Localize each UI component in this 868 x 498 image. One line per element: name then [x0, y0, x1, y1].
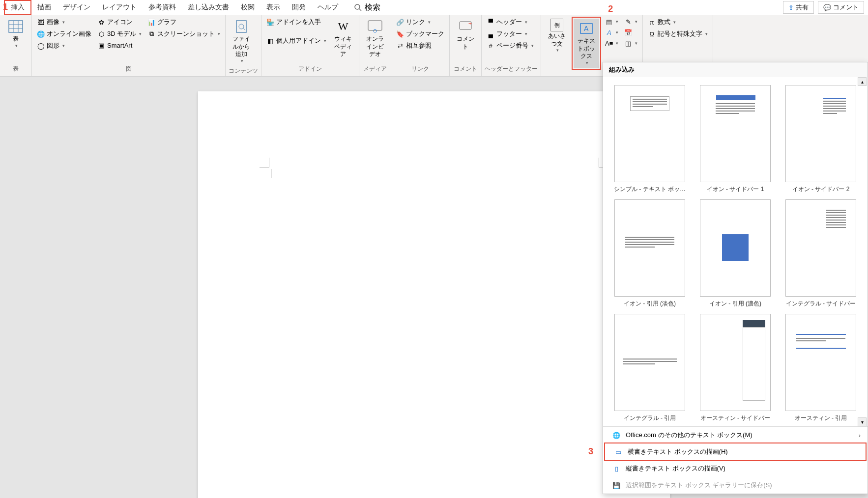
datetime-icon: 📅 [624, 28, 632, 36]
footer-icon: ▄ [487, 30, 494, 38]
table-button[interactable]: 表 ▾ [3, 17, 29, 51]
annotation-1: 1 [3, 2, 8, 12]
signature-button[interactable]: ✎▾ [622, 17, 639, 27]
image-button[interactable]: 🖼画像▾ [35, 17, 93, 28]
symbol-icon: Ω [648, 30, 656, 38]
menu-save-label: 選択範囲をテキスト ボックス ギャラリーに保存(S) [626, 481, 772, 490]
screenshot-button[interactable]: ⧉スクリーンショット▾ [145, 28, 222, 39]
group-table-label: 表 [3, 64, 29, 74]
group-illustrations-label: 図 [35, 64, 222, 74]
gallery-item-ion-sidebar1[interactable]: イオン - サイドバー 1 [698, 85, 772, 194]
svg-text:+: + [468, 21, 472, 27]
document-page[interactable] [198, 91, 670, 498]
tab-design[interactable]: デザイン [57, 1, 96, 14]
shapes-button[interactable]: ◯図形▾ [35, 40, 93, 51]
smartart-label: SmartArt [107, 42, 132, 49]
scroll-down-button[interactable]: ▾ [858, 417, 867, 426]
search-box[interactable]: 検索 [354, 2, 380, 13]
menu-draw-horizontal-textbox[interactable]: ▭ 横書きテキスト ボックスの描画(H) [604, 443, 867, 461]
crossref-button[interactable]: ⇄相互参照 [394, 40, 446, 51]
gallery-item-austin-quote[interactable]: オースティン - 引用 [784, 314, 858, 422]
equation-button[interactable]: π数式▾ [646, 17, 710, 28]
get-addins-label: アドインを入手 [276, 18, 321, 27]
tab-developer[interactable]: 開発 [286, 1, 312, 14]
file-reuse-button[interactable]: ファイルから追加▾ [229, 17, 254, 66]
link-button[interactable]: 🔗リンク▾ [394, 17, 446, 28]
tab-mailings[interactable]: 差し込み文書 [182, 1, 235, 14]
gallery-label-0: シンプル - テキスト ボッ… [614, 185, 686, 194]
bookmark-icon: 🔖 [396, 30, 404, 38]
tab-references[interactable]: 参考資料 [143, 1, 182, 14]
tab-review[interactable]: 校閲 [235, 1, 260, 14]
tab-view[interactable]: 表示 [260, 1, 286, 14]
3dmodel-button[interactable]: ⬡3D モデル▾ [95, 28, 144, 39]
menu-office-more[interactable]: 🌐 Office.com のその他のテキスト ボックス(M) › [603, 427, 868, 443]
header-button[interactable]: ▀ヘッダー▾ [485, 17, 536, 28]
dropcap-icon: A≡ [605, 39, 613, 47]
comment-button[interactable]: 💬 コメント [818, 1, 864, 14]
dropcap-button[interactable]: A≡▾ [603, 38, 620, 48]
equation-label: 数式 [658, 18, 670, 27]
signature-icon: ✎ [624, 18, 632, 26]
gallery-item-integral-sidebar[interactable]: インテグラル - サイドバー [784, 199, 858, 308]
share-button[interactable]: ⇪ 共有 [783, 1, 814, 14]
online-image-button[interactable]: 🌐オンライン画像 [35, 28, 93, 39]
greeting-button[interactable]: 例 あいさつ文▾ [544, 17, 570, 55]
gallery-item-ion-quote-light[interactable]: イオン - 引用 (淡色) [613, 199, 687, 308]
addin-icon: ◧ [266, 37, 274, 45]
textbox-label: テキストボックス [576, 37, 597, 60]
online-image-icon: 🌐 [37, 30, 45, 38]
svg-point-8 [239, 24, 244, 29]
new-comment-button[interactable]: + コメント [453, 17, 478, 53]
file-reuse-label: ファイルから追加 [231, 35, 252, 58]
tab-layout[interactable]: レイアウト [96, 1, 143, 14]
textbox-gallery-panel: 組み込み ▴ シンプル - テキスト ボッ… イオン - サイドバー 1 イオン… [603, 62, 868, 494]
share-icon: ⇪ [788, 4, 794, 11]
video-label: オンラインビデオ [364, 35, 386, 58]
annotation-2: 2 [608, 4, 613, 14]
tab-draw[interactable]: 描画 [31, 1, 57, 14]
gallery-item-integral-quote[interactable]: インテグラル - 引用 [613, 314, 687, 422]
smartart-button[interactable]: ▣SmartArt [95, 40, 144, 50]
svg-point-11 [374, 29, 376, 32]
tab-help[interactable]: ヘルプ [312, 1, 344, 14]
gallery-item-austin-sidebar[interactable]: オースティン - サイドバー [698, 314, 772, 422]
chart-button[interactable]: 📊グラフ [145, 17, 222, 28]
gallery-label-2: イオン - サイドバー 2 [792, 185, 850, 194]
menu-save-to-gallery: 💾 選択範囲をテキスト ボックス ギャラリーに保存(S) [603, 477, 868, 494]
gallery-item-simple[interactable]: シンプル - テキスト ボッ… [613, 85, 687, 194]
gallery-item-ion-quote-dark[interactable]: イオン - 引用 (濃色) [698, 199, 772, 308]
ribbon-tabs: 挿入 描画 デザイン レイアウト 参考資料 差し込み文書 校閲 表示 開発 ヘル… [0, 0, 868, 15]
gallery-label-7: オースティン - サイドバー [700, 414, 771, 422]
textbox-button[interactable]: A テキストボックス▾ [574, 19, 599, 68]
menu-horizontal-label: 横書きテキスト ボックスの描画(H) [628, 447, 728, 456]
greeting-icon: 例 [550, 19, 563, 31]
comment-label: コメント [833, 3, 859, 12]
textbox-icon: A [579, 21, 594, 36]
pagenum-button[interactable]: #ページ番号▾ [485, 40, 536, 51]
object-button[interactable]: ◫▾ [622, 38, 639, 48]
footer-button[interactable]: ▄フッター▾ [485, 28, 536, 39]
pagenum-icon: # [487, 42, 494, 50]
symbol-button[interactable]: Ω記号と特殊文字▾ [646, 28, 710, 39]
get-addins-button[interactable]: 🏪アドインを入手 [264, 17, 328, 28]
my-addins-button[interactable]: ◧個人用アドイン▾ [264, 35, 328, 46]
wikipedia-button[interactable]: W ウィキペディア [330, 17, 356, 60]
3dmodel-label: 3D モデル [107, 29, 136, 38]
online-video-button[interactable]: オンラインビデオ [362, 17, 388, 60]
bookmark-button[interactable]: 🔖ブックマーク [394, 28, 446, 39]
wordart-button[interactable]: A▾ [603, 28, 620, 37]
datetime-button[interactable]: 📅 [622, 28, 639, 37]
search-label: 検索 [365, 2, 380, 13]
menu-draw-vertical-textbox[interactable]: ▯ 縦書きテキスト ボックスの描画(V) [603, 460, 868, 477]
gallery-label-6: インテグラル - 引用 [624, 414, 676, 422]
gallery-item-ion-sidebar2[interactable]: イオン - サイドバー 2 [784, 85, 858, 194]
icons-button[interactable]: ✿アイコン [95, 17, 144, 28]
globe-icon: 🌐 [612, 431, 621, 440]
bookmark-label: ブックマーク [406, 29, 444, 38]
equation-icon: π [648, 18, 656, 26]
gallery-grid: シンプル - テキスト ボッ… イオン - サイドバー 1 イオン - サイドバ… [603, 77, 868, 426]
quickparts-button[interactable]: ▤▾ [603, 17, 620, 27]
tab-insert[interactable]: 挿入 [4, 0, 31, 15]
save-icon: 💾 [612, 481, 621, 490]
